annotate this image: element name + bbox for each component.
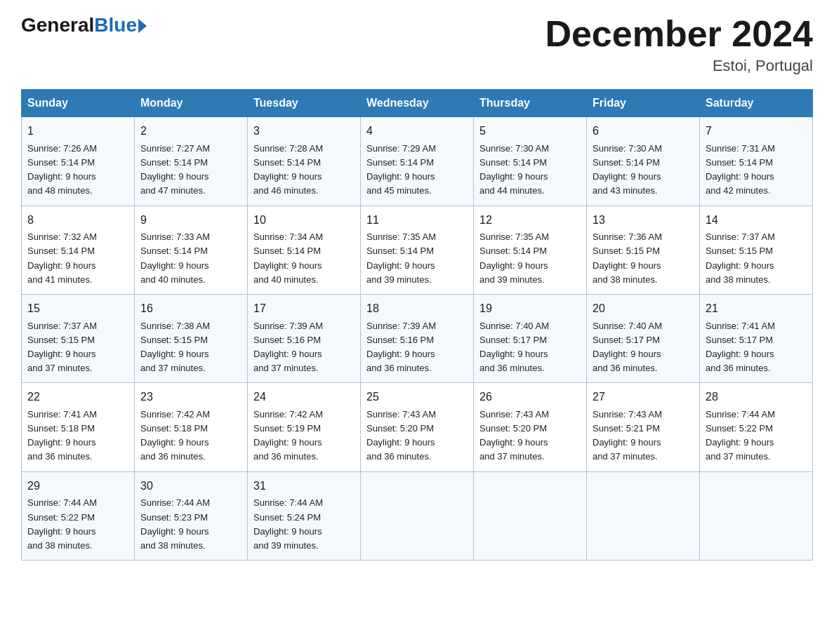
day-number: 12 [479,212,581,229]
day-number: 31 [253,478,355,495]
week-row-5: 29Sunrise: 7:44 AMSunset: 5:22 PMDayligh… [22,471,813,560]
calendar-cell: 29Sunrise: 7:44 AMSunset: 5:22 PMDayligh… [22,471,135,560]
title-block: December 2024 Estoi, Portugal [545,14,813,75]
calendar-cell: 6Sunrise: 7:30 AMSunset: 5:14 PMDaylight… [587,117,700,206]
day-number: 14 [706,212,807,229]
day-number: 13 [593,212,694,229]
calendar-cell: 10Sunrise: 7:34 AMSunset: 5:14 PMDayligh… [248,206,361,294]
day-number: 22 [27,389,128,406]
calendar-cell: 2Sunrise: 7:27 AMSunset: 5:14 PMDaylight… [135,117,248,206]
calendar-cell: 14Sunrise: 7:37 AMSunset: 5:15 PMDayligh… [700,206,813,294]
calendar-cell: 5Sunrise: 7:30 AMSunset: 5:14 PMDaylight… [474,117,587,206]
day-number: 28 [706,389,807,406]
day-number: 9 [140,212,241,229]
day-number: 21 [706,300,807,318]
calendar-cell: 30Sunrise: 7:44 AMSunset: 5:23 PMDayligh… [135,471,248,560]
calendar-cell: 1Sunrise: 7:26 AMSunset: 5:14 PMDaylight… [22,117,135,206]
weekday-header-wednesday: Wednesday [361,90,474,117]
day-number: 27 [593,389,694,406]
calendar-cell: 13Sunrise: 7:36 AMSunset: 5:15 PMDayligh… [587,206,700,294]
calendar-cell: 17Sunrise: 7:39 AMSunset: 5:16 PMDayligh… [248,294,361,382]
week-row-4: 22Sunrise: 7:41 AMSunset: 5:18 PMDayligh… [22,383,813,471]
calendar-cell: 21Sunrise: 7:41 AMSunset: 5:17 PMDayligh… [700,294,813,382]
weekday-header-monday: Monday [135,90,248,117]
day-number: 5 [479,123,581,140]
calendar-cell: 26Sunrise: 7:43 AMSunset: 5:20 PMDayligh… [474,383,587,471]
day-number: 1 [27,123,128,140]
calendar-cell: 20Sunrise: 7:40 AMSunset: 5:17 PMDayligh… [587,294,700,382]
day-number: 20 [593,300,694,318]
logo-triangle-icon [138,19,147,33]
day-number: 24 [253,389,355,406]
calendar-table: SundayMondayTuesdayWednesdayThursdayFrid… [21,89,813,561]
weekday-header-tuesday: Tuesday [248,90,361,117]
calendar-cell: 22Sunrise: 7:41 AMSunset: 5:18 PMDayligh… [22,383,135,471]
logo: General Blue [21,14,147,36]
calendar-cell [700,471,813,560]
day-number: 10 [253,212,355,229]
calendar-cell: 11Sunrise: 7:35 AMSunset: 5:14 PMDayligh… [361,206,474,294]
calendar-cell: 4Sunrise: 7:29 AMSunset: 5:14 PMDaylight… [361,117,474,206]
weekday-header-row: SundayMondayTuesdayWednesdayThursdayFrid… [22,90,813,117]
calendar-cell: 15Sunrise: 7:37 AMSunset: 5:15 PMDayligh… [22,294,135,382]
day-number: 23 [140,389,241,406]
calendar-cell: 24Sunrise: 7:42 AMSunset: 5:19 PMDayligh… [248,383,361,471]
logo-blue-text: Blue [94,14,137,36]
day-number: 3 [253,123,355,140]
day-number: 6 [593,123,694,140]
calendar-cell [361,471,474,560]
week-row-2: 8Sunrise: 7:32 AMSunset: 5:14 PMDaylight… [22,206,813,294]
day-number: 25 [366,389,468,406]
page-header: General Blue December 2024 Estoi, Portug… [21,14,813,75]
calendar-cell: 8Sunrise: 7:32 AMSunset: 5:14 PMDaylight… [22,206,135,294]
day-number: 17 [253,300,355,318]
weekday-header-sunday: Sunday [22,90,135,117]
calendar-cell: 9Sunrise: 7:33 AMSunset: 5:14 PMDaylight… [135,206,248,294]
calendar-cell: 27Sunrise: 7:43 AMSunset: 5:21 PMDayligh… [587,383,700,471]
calendar-cell: 19Sunrise: 7:40 AMSunset: 5:17 PMDayligh… [474,294,587,382]
calendar-cell [587,471,700,560]
day-number: 15 [27,300,128,318]
calendar-cell: 25Sunrise: 7:43 AMSunset: 5:20 PMDayligh… [361,383,474,471]
day-number: 2 [140,123,241,140]
day-number: 8 [27,212,128,229]
calendar-cell: 12Sunrise: 7:35 AMSunset: 5:14 PMDayligh… [474,206,587,294]
day-number: 29 [27,478,128,495]
calendar-cell: 3Sunrise: 7:28 AMSunset: 5:14 PMDaylight… [248,117,361,206]
calendar-subtitle: Estoi, Portugal [545,57,813,75]
calendar-cell: 7Sunrise: 7:31 AMSunset: 5:14 PMDaylight… [700,117,813,206]
weekday-header-saturday: Saturday [700,90,813,117]
day-number: 30 [140,478,241,495]
week-row-1: 1Sunrise: 7:26 AMSunset: 5:14 PMDaylight… [22,117,813,206]
day-number: 26 [479,389,581,406]
calendar-cell: 31Sunrise: 7:44 AMSunset: 5:24 PMDayligh… [248,471,361,560]
calendar-cell: 23Sunrise: 7:42 AMSunset: 5:18 PMDayligh… [135,383,248,471]
calendar-cell: 28Sunrise: 7:44 AMSunset: 5:22 PMDayligh… [700,383,813,471]
weekday-header-thursday: Thursday [474,90,587,117]
weekday-header-friday: Friday [587,90,700,117]
day-number: 7 [706,123,807,140]
day-number: 11 [366,212,468,229]
calendar-cell [474,471,587,560]
logo-blue-part: Blue [94,14,147,36]
logo-general-text: General [21,14,94,36]
day-number: 4 [366,123,468,140]
calendar-cell: 18Sunrise: 7:39 AMSunset: 5:16 PMDayligh… [361,294,474,382]
week-row-3: 15Sunrise: 7:37 AMSunset: 5:15 PMDayligh… [22,294,813,382]
day-number: 16 [140,300,241,318]
day-number: 19 [479,300,581,318]
calendar-cell: 16Sunrise: 7:38 AMSunset: 5:15 PMDayligh… [135,294,248,382]
calendar-title: December 2024 [545,14,813,54]
day-number: 18 [366,300,468,318]
